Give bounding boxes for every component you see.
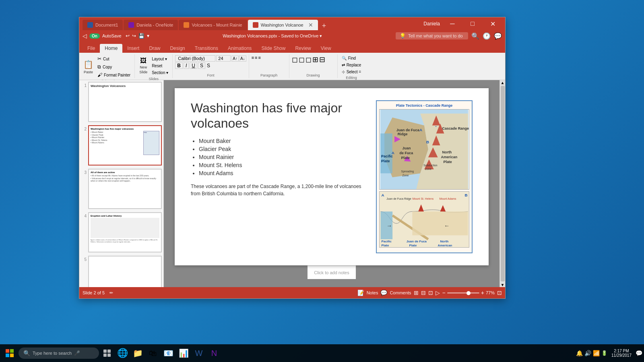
reading-view-icon[interactable]: ⊡ — [428, 290, 433, 296]
font-size-selector[interactable]: 24 — [216, 55, 231, 62]
notification-icon[interactable]: 🔔 — [576, 350, 583, 356]
zoom-slider[interactable] — [447, 292, 479, 294]
layout-button[interactable]: Layout ▾ — [150, 56, 170, 62]
fit-to-window-icon[interactable]: ⊡ — [497, 290, 502, 296]
font-name-selector[interactable]: Calibri (Body) — [175, 55, 215, 62]
strikethrough-button[interactable]: S — [198, 62, 205, 69]
close-window-button[interactable]: ✕ — [483, 18, 502, 29]
replace-button[interactable]: ⇄ Replace — [340, 62, 363, 68]
tab-animations[interactable]: Animations — [223, 44, 256, 53]
notes-label[interactable]: Notes — [367, 290, 378, 295]
right-scrollbar[interactable]: ▲ ▼ — [500, 80, 505, 287]
slide-show-icon[interactable]: ▷ — [436, 290, 440, 296]
scroll-thumb[interactable] — [501, 86, 505, 281]
copy-button[interactable]: ⧉ Copy — [96, 63, 132, 70]
increase-font-button[interactable]: A↑ — [231, 56, 239, 62]
slide-preview-3[interactable]: All of them are active • All of them exc… — [88, 169, 162, 209]
tab-washington[interactable]: Washington Volcanoe ✕ — [248, 20, 318, 30]
align-right-button[interactable]: ≡ — [258, 55, 260, 60]
shadow-button[interactable]: S — [206, 63, 211, 68]
slide-sorter-icon[interactable]: ⊟ — [421, 290, 426, 296]
tab-draw[interactable]: Draw — [144, 44, 165, 53]
underline-button[interactable]: U — [190, 62, 197, 69]
tab-transitions[interactable]: Transitions — [190, 44, 223, 53]
normal-view-icon[interactable]: ⊞ — [414, 290, 419, 296]
slide-thumb-4[interactable]: 4 Eruption and Lahar History figure: rel… — [81, 212, 162, 252]
onenote-taskbar-icon[interactable]: N — [207, 346, 221, 360]
add-tab-button[interactable]: + — [319, 22, 330, 30]
shape-fill-button[interactable]: ◻ — [292, 55, 298, 64]
align-left-button[interactable]: ≡ — [252, 55, 254, 60]
decrease-font-button[interactable]: A↓ — [239, 56, 246, 62]
edge-browser-icon[interactable]: 🌐 — [115, 346, 130, 360]
slide-thumb-3[interactable]: 3 All of them are active • All of them e… — [81, 169, 162, 209]
tab-slide-show[interactable]: Slide Show — [256, 44, 290, 53]
reset-button[interactable]: Reset — [150, 63, 170, 69]
scroll-up-button[interactable]: ▲ — [500, 80, 505, 85]
tab-view[interactable]: View — [316, 44, 336, 53]
quick-styles-button[interactable]: ⊟ — [319, 55, 325, 64]
speaker-icon[interactable]: 🔊 — [584, 350, 591, 356]
slide-preview-5[interactable] — [88, 256, 162, 287]
tab-review[interactable]: Review — [290, 44, 316, 53]
tab-design[interactable]: Design — [165, 44, 190, 53]
italic-button[interactable]: I — [184, 62, 189, 69]
tab-file[interactable]: File — [83, 44, 100, 53]
tab-volcanoes[interactable]: Volcanoes - Mount Rainie — [179, 20, 247, 30]
slide-preview-2[interactable]: Washington has five major volcanoes • Mo… — [88, 125, 162, 165]
close-tab-icon[interactable]: ✕ — [308, 22, 313, 28]
scroll-down-button[interactable]: ▼ — [500, 282, 505, 287]
redo-icon[interactable]: ↪ — [132, 33, 136, 39]
slide-thumb-1[interactable]: 1 Washington Volcanoes — [81, 82, 162, 122]
minimize-button[interactable]: ─ — [443, 18, 462, 29]
tab-onenote[interactable]: Daniela - OneNote — [124, 20, 178, 30]
bold-button[interactable]: B — [175, 62, 183, 69]
comments-icon[interactable]: 💬 — [380, 290, 387, 296]
format-painter-button[interactable]: 🖌 Format Painter — [96, 71, 132, 79]
action-center-icon[interactable]: 💬 — [636, 350, 642, 356]
save-icon[interactable]: 💾 — [138, 33, 144, 39]
taskbar-search-bar[interactable]: 🔍 Type here to search 🎤 — [19, 348, 99, 359]
expand-icon[interactable]: ▾ — [147, 33, 149, 39]
slide-preview-1[interactable]: Washington Volcanoes — [88, 82, 162, 122]
select-button[interactable]: ⊹ Select = — [340, 69, 363, 75]
clock-display[interactable]: 2:17 PM 11/29/2017 — [609, 348, 634, 358]
file-explorer-icon[interactable]: 📁 — [130, 346, 145, 360]
task-view-button[interactable] — [100, 346, 114, 360]
history-icon[interactable]: 🕐 — [483, 32, 491, 40]
align-center-button[interactable]: ≡ — [255, 55, 257, 60]
maximize-button[interactable]: □ — [463, 18, 482, 29]
comment-icon[interactable]: 💬 — [494, 32, 502, 40]
slide-thumb-5[interactable]: 5 — [81, 256, 162, 287]
paste-button[interactable]: 📋 Paste — [82, 56, 95, 77]
slide-main-title[interactable]: Washington has five major volcanoes — [191, 100, 368, 131]
tab-home[interactable]: Home — [100, 44, 122, 53]
word-taskbar-icon[interactable]: W — [192, 346, 206, 360]
slide-thumb-2[interactable]: 2 Washington has five major volcanoes • … — [81, 125, 162, 165]
slide-plate-tectonics-image[interactable]: Plate Tectonics - Cascade Range — [376, 100, 473, 253]
zoom-in-icon[interactable]: + — [481, 290, 484, 296]
mail-icon[interactable]: 📧 — [161, 346, 175, 360]
start-button[interactable] — [2, 345, 18, 361]
section-button[interactable]: Section ▾ — [150, 70, 170, 76]
autosave-toggle[interactable]: On — [89, 33, 100, 39]
notes-area[interactable]: Click to add notes — [308, 265, 355, 279]
store-icon[interactable]: 🛍 — [146, 346, 160, 360]
find-button[interactable]: 🔍 Find — [340, 55, 363, 61]
comments-label[interactable]: Comments — [390, 290, 411, 295]
battery-icon[interactable]: 🔋 — [601, 350, 607, 356]
arrange-button[interactable]: ⊞ — [312, 55, 318, 64]
search-person-icon[interactable]: 🔍 — [471, 32, 479, 40]
slide-preview-4[interactable]: Eruption and Lahar History figure: relat… — [88, 212, 162, 252]
edit-icon[interactable]: ✏ — [109, 290, 113, 296]
zoom-out-icon[interactable]: − — [442, 290, 446, 296]
tab-insert[interactable]: Insert — [122, 44, 144, 53]
undo-icon[interactable]: ↩ — [126, 33, 130, 39]
shape-effects-button[interactable]: ◻ — [305, 55, 312, 64]
microphone-icon[interactable]: 🎤 — [74, 350, 80, 356]
new-slide-button[interactable]: 🖼 New Slide — [137, 55, 149, 76]
back-arrow-icon[interactable]: ◁ — [83, 33, 87, 39]
powerpoint-taskbar-icon[interactable]: 📊 — [176, 346, 191, 360]
wifi-icon[interactable]: 📶 — [593, 350, 600, 356]
notes-button[interactable]: 📝 — [357, 290, 364, 296]
